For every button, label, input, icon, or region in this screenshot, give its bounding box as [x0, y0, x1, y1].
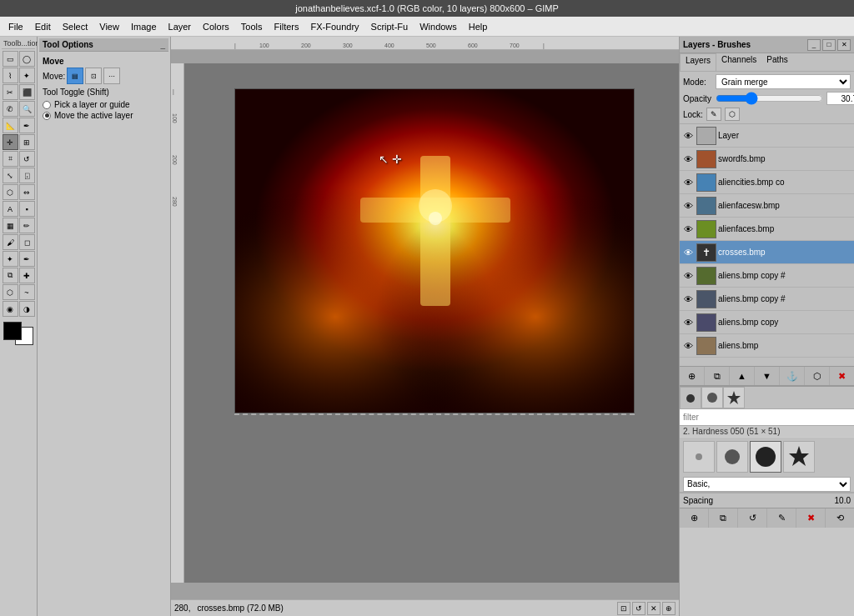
- layer-item-aliencities[interactable]: 👁 aliencities.bmp co: [680, 171, 854, 194]
- tool-ellipse-select[interactable]: ◯: [19, 51, 35, 67]
- move-active-option[interactable]: Move the active layer: [43, 111, 165, 120]
- brush-item-4[interactable]: [783, 441, 815, 473]
- tool-move[interactable]: ✛: [3, 134, 18, 150]
- opacity-slider[interactable]: [716, 93, 823, 104]
- layer-visibility-alienfacesw[interactable]: 👁: [681, 199, 695, 213]
- brush-item-2[interactable]: [716, 441, 748, 473]
- reset-brush-btn[interactable]: ⟲: [826, 508, 854, 528]
- tool-rect-select[interactable]: ▭: [3, 51, 18, 67]
- brush-tab-star[interactable]: [723, 387, 745, 408]
- tool-select-color[interactable]: ⬛: [19, 84, 35, 100]
- menu-filters[interactable]: Filters: [269, 20, 304, 33]
- layer-visibility-aliens-copy3[interactable]: 👁: [681, 293, 695, 306]
- move-path-btn[interactable]: ⋯: [103, 68, 120, 84]
- tool-dodge-burn[interactable]: ◑: [19, 301, 35, 317]
- tool-ink[interactable]: ✒: [19, 251, 35, 267]
- brush-item-1[interactable]: [683, 441, 715, 473]
- layer-item-aliens-copy[interactable]: 👁 aliens.bmp copy: [680, 311, 854, 334]
- tool-flip[interactable]: ⇔: [19, 184, 35, 200]
- tool-scissors[interactable]: ✂: [3, 84, 18, 100]
- panel-close[interactable]: ✕: [837, 39, 851, 51]
- tool-measure[interactable]: 📐: [3, 118, 18, 133]
- anchor-layer-btn[interactable]: ⚓: [780, 367, 805, 385]
- tool-fuzzy-select[interactable]: ✦: [19, 68, 35, 83]
- brush-tab-solid[interactable]: [680, 387, 701, 408]
- tool-convolve[interactable]: ◉: [3, 301, 18, 317]
- tool-crop[interactable]: ⌗: [3, 151, 18, 167]
- layer-item-layer[interactable]: 👁 Layer: [680, 124, 854, 148]
- foreground-color-swatch[interactable]: [3, 322, 22, 340]
- menu-file[interactable]: File: [3, 20, 28, 33]
- tool-heal[interactable]: ✚: [19, 268, 35, 283]
- tool-align[interactable]: ⊞: [19, 134, 35, 150]
- tool-options-close[interactable]: _: [160, 40, 165, 49]
- tool-paint-bucket[interactable]: ▪: [19, 201, 35, 217]
- tool-perspective[interactable]: ⬡: [3, 184, 18, 200]
- status-icon-1[interactable]: ⊡: [617, 602, 630, 615]
- refresh-brush-btn[interactable]: ↺: [738, 508, 767, 528]
- status-icon-2[interactable]: ↺: [632, 602, 646, 615]
- delete-brush-btn[interactable]: ✖: [796, 508, 826, 528]
- brush-tab-dark[interactable]: [701, 387, 723, 408]
- menu-fxfoundry[interactable]: FX-Foundry: [305, 20, 364, 33]
- layer-visibility-alienfaces[interactable]: 👁: [681, 223, 695, 236]
- tool-text[interactable]: A: [3, 201, 18, 217]
- tool-free-select[interactable]: ⌇: [3, 68, 18, 83]
- layer-item-crosses[interactable]: 👁 ✝ crosses.bmp: [680, 241, 854, 264]
- edit-brush-btn[interactable]: ✎: [767, 508, 796, 528]
- brush-filter-input[interactable]: [680, 409, 854, 426]
- layer-visibility-aliens[interactable]: 👁: [681, 339, 695, 353]
- menu-colors[interactable]: Colors: [198, 20, 234, 33]
- lock-alpha-btn[interactable]: ⬡: [725, 108, 740, 121]
- tool-paintbrush[interactable]: 🖌: [3, 234, 18, 250]
- paths-tab[interactable]: Paths: [761, 53, 793, 71]
- delete-layer-btn[interactable]: ✖: [830, 367, 854, 385]
- layer-to-image-btn[interactable]: ⬡: [805, 367, 830, 385]
- tool-rotate[interactable]: ↺: [19, 151, 35, 167]
- move-layer-btn[interactable]: ▤: [67, 68, 83, 84]
- status-icon-4[interactable]: ⊕: [662, 602, 676, 615]
- layer-item-aliens[interactable]: 👁 aliens.bmp: [680, 334, 854, 358]
- brush-category-select[interactable]: Basic,: [683, 477, 851, 492]
- pick-layer-radio[interactable]: [43, 101, 51, 109]
- layer-visibility-aliens-copy[interactable]: 👁: [681, 316, 695, 329]
- move-layer-up-btn[interactable]: ▲: [730, 367, 755, 385]
- layer-item-aliens-copy3[interactable]: 👁 aliens.bmp copy #: [680, 288, 854, 311]
- layer-visibility-aliencities[interactable]: 👁: [681, 176, 695, 189]
- menu-layer[interactable]: Layer: [163, 20, 197, 33]
- brush-item-3[interactable]: [750, 441, 781, 473]
- panel-minimize[interactable]: _: [807, 39, 821, 51]
- tool-color-picker[interactable]: ✆: [3, 101, 18, 117]
- duplicate-brush-btn[interactable]: ⧉: [709, 508, 738, 528]
- layer-item-aliens-copy2[interactable]: 👁 aliens.bmp copy #: [680, 264, 854, 288]
- menu-help[interactable]: Help: [464, 20, 493, 33]
- menu-edit[interactable]: Edit: [30, 20, 56, 33]
- menu-windows[interactable]: Windows: [414, 20, 462, 33]
- move-selection-btn[interactable]: ⊡: [85, 68, 102, 84]
- tool-magnify[interactable]: 🔍: [19, 101, 35, 117]
- tool-blend[interactable]: ▦: [3, 218, 18, 233]
- blend-mode-select[interactable]: Grain merge: [716, 74, 851, 89]
- new-brush-btn[interactable]: ⊕: [680, 508, 709, 528]
- layers-tab[interactable]: Layers: [680, 53, 716, 71]
- tool-path[interactable]: ✒: [19, 118, 35, 133]
- tool-perspective-clone[interactable]: ⬡: [3, 284, 18, 300]
- lock-pixels-btn[interactable]: ✎: [706, 108, 721, 121]
- layer-item-alienfacesw[interactable]: 👁 alienfacesw.bmp: [680, 194, 854, 218]
- layer-item-alienfaces[interactable]: 👁 alienfaces.bmp: [680, 218, 854, 241]
- panel-maximize[interactable]: □: [822, 39, 836, 51]
- new-layer-btn[interactable]: ⊕: [680, 367, 705, 385]
- tool-airbrush[interactable]: ✦: [3, 251, 18, 267]
- menu-scriptfu[interactable]: Script-Fu: [366, 20, 414, 33]
- layer-visibility-crosses[interactable]: 👁: [681, 246, 695, 259]
- tool-pencil[interactable]: ✏: [19, 218, 35, 233]
- channels-tab[interactable]: Channels: [716, 53, 761, 71]
- tool-eraser[interactable]: ◻: [19, 234, 35, 250]
- tool-clone[interactable]: ⧉: [3, 268, 18, 283]
- canvas-container[interactable]: ↖ ✛: [184, 63, 679, 583]
- status-icon-3[interactable]: ✕: [647, 602, 661, 615]
- tool-shear[interactable]: ⌺: [19, 168, 35, 183]
- tool-smudge[interactable]: ~: [19, 284, 35, 300]
- layer-visibility-aliens-copy2[interactable]: 👁: [681, 269, 695, 283]
- menu-image[interactable]: Image: [126, 20, 162, 33]
